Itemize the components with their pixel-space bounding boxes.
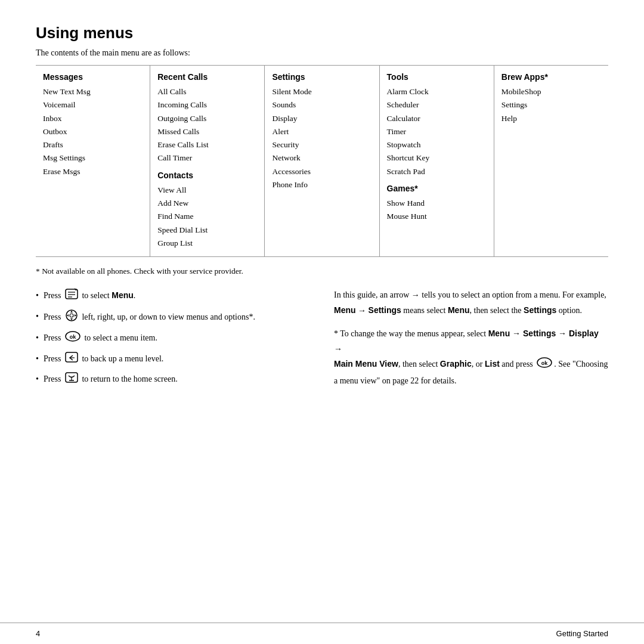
list-item: Group List <box>157 237 257 250</box>
bullet-dot: • <box>36 289 39 304</box>
menu-col-settings: Settings Silent Mode Sounds Display Aler… <box>265 66 379 256</box>
ok-key-icon-2: ok <box>537 357 552 374</box>
list-item: Stopwatch <box>387 138 487 151</box>
list-item: Phone Info <box>272 178 371 191</box>
list-item: MobileShop <box>501 85 601 98</box>
list-item: New Text Msg <box>43 85 143 98</box>
bullet-item-end: • Press to return to the home screen. <box>36 371 310 389</box>
list-item: Outbox <box>43 125 143 138</box>
menu-col-messages: Messages New Text Msg Voicemail Inbox Ou… <box>36 66 150 256</box>
list-item: Security <box>272 138 371 151</box>
list-item: Speed Dial List <box>157 224 257 237</box>
list-item: Help <box>501 112 601 125</box>
list-item: Voicemail <box>43 98 143 112</box>
col-header-tools: Tools <box>387 70 487 84</box>
intro-text: The contents of the main menu are as fol… <box>36 48 608 58</box>
right-explanation: In this guide, an arrow → tells you to s… <box>334 288 608 392</box>
bullet-list: • Press to select Menu. <box>36 288 310 392</box>
list-item: Missed Calls <box>157 125 257 138</box>
list-item: Outgoing Calls <box>157 112 257 125</box>
list-item: Msg Settings <box>43 151 143 165</box>
list-item: Find Name <box>157 210 257 223</box>
col-header-recent-calls: Recent Calls <box>157 70 257 84</box>
list-item: Drafts <box>43 138 143 151</box>
bullet-item-menu: • Press to select Menu. <box>36 288 310 305</box>
list-item: Erase Msgs <box>43 165 143 178</box>
bullet-dot: • <box>36 372 39 387</box>
list-item: Add New <box>157 197 257 210</box>
list-item: Display <box>272 112 371 125</box>
instructions-section: • Press to select Menu. <box>36 288 608 392</box>
bullet-item-ok: • Press ok to select a menu item. <box>36 330 310 348</box>
bullet-text-nav: Press left, right, up, or down to view m… <box>44 309 310 327</box>
list-item: Show Hand <box>387 197 487 210</box>
list-item: View All <box>157 184 257 197</box>
ok-key-icon: ok <box>65 330 80 348</box>
menu-col-brew-apps: Brew Apps* MobileShop Settings Help <box>494 66 608 256</box>
list-item: Inbox <box>43 112 143 125</box>
svg-marker-8 <box>70 318 73 320</box>
svg-marker-9 <box>67 314 69 317</box>
col-header-games: Games* <box>387 182 487 196</box>
svg-marker-10 <box>75 314 76 317</box>
svg-rect-0 <box>66 289 78 299</box>
bullet-text-ok: Press ok to select a menu item. <box>44 330 310 348</box>
right-para-2: * To change the way the menus appear, se… <box>334 326 608 388</box>
svg-point-6 <box>70 314 73 317</box>
bottom-bar: 4 Getting Started <box>0 623 644 644</box>
list-item: Shortcut Key <box>387 151 487 165</box>
list-item: All Calls <box>157 85 257 98</box>
menu-col-recent-calls: Recent Calls All Calls Incoming Calls Ou… <box>150 66 265 256</box>
svg-text:ok: ok <box>70 334 76 340</box>
svg-rect-13 <box>66 352 78 362</box>
list-item: Alarm Clock <box>387 85 487 98</box>
col-header-messages: Messages <box>43 70 143 84</box>
list-item: Calculator <box>387 112 487 125</box>
bullet-dot: • <box>36 309 39 324</box>
svg-text:ok: ok <box>541 360 548 366</box>
end-key-icon <box>65 371 78 389</box>
back-key-icon <box>65 351 78 369</box>
menu-col-tools: Tools Alarm Clock Scheduler Calculator T… <box>380 66 494 256</box>
list-item: Sounds <box>272 98 371 112</box>
list-item: Network <box>272 151 371 165</box>
bullet-dot: • <box>36 352 39 367</box>
col-header-contacts: Contacts <box>157 169 257 182</box>
col-header-settings: Settings <box>272 70 371 84</box>
bullet-dot: • <box>36 331 39 346</box>
svg-marker-7 <box>70 311 73 312</box>
bullet-text-end: Press to return to the home screen. <box>44 371 310 389</box>
nav-key-icon <box>65 309 78 327</box>
page-number: 4 <box>36 629 40 638</box>
page-title: Using menus <box>36 24 608 42</box>
list-item: Call Timer <box>157 151 257 165</box>
list-item: Scheduler <box>387 98 487 112</box>
footnote-text: * Not available on all phones. Check wit… <box>36 267 608 276</box>
bullet-item-back: • Press to back up a menu level. <box>36 351 310 369</box>
list-item: Accessories <box>272 165 371 178</box>
list-item: Erase Calls List <box>157 138 257 151</box>
bullet-text-back: Press to back up a menu level. <box>44 351 310 369</box>
list-item: Alert <box>272 125 371 138</box>
list-item: Silent Mode <box>272 85 371 98</box>
list-item: Incoming Calls <box>157 98 257 112</box>
list-item: Scratch Pad <box>387 165 487 178</box>
right-para-1: In this guide, an arrow → tells you to s… <box>334 288 608 318</box>
list-item: Mouse Hunt <box>387 210 487 223</box>
list-item: Settings <box>501 98 601 112</box>
bullet-text-menu: Press to select Menu. <box>44 288 310 305</box>
list-item: Timer <box>387 125 487 138</box>
bullet-item-nav: • Press left, right, up, or down <box>36 309 310 327</box>
col-header-brew-apps: Brew Apps* <box>501 70 601 84</box>
section-label: Getting Started <box>556 629 608 638</box>
menu-table: Messages New Text Msg Voicemail Inbox Ou… <box>36 65 608 257</box>
menu-key-icon <box>65 288 78 305</box>
